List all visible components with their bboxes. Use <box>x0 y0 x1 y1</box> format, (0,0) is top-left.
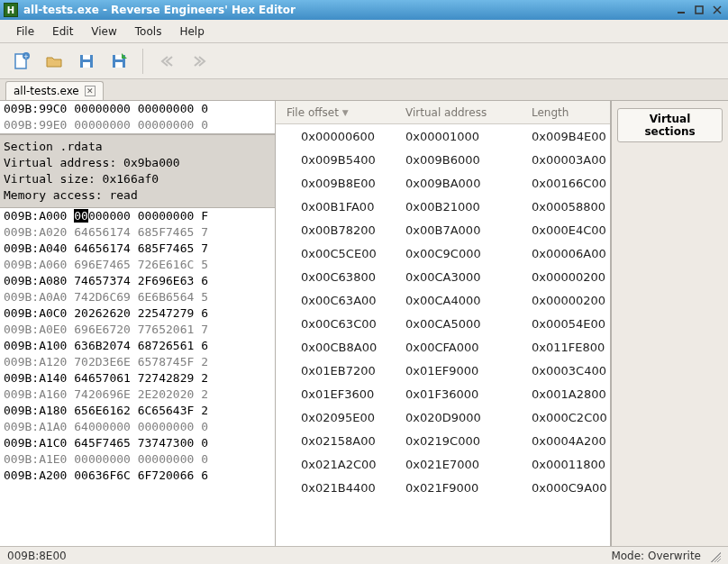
cell-virtual-address: 0x00001000 <box>402 130 528 143</box>
cell-length: 0x0003C400 <box>528 364 610 378</box>
hex-row: 009B:99E0 00000000 00000000 0 <box>0 117 275 133</box>
cell-length: 0x00000200 <box>528 270 610 284</box>
hex-pane[interactable]: 009B:99C0 00000000 00000000 0009B:99E0 0… <box>0 101 276 546</box>
menu-help[interactable]: Help <box>170 22 213 41</box>
close-button[interactable] <box>710 4 724 16</box>
table-row[interactable]: 0x01EB72000x01EF90000x0003C400 <box>276 359 610 382</box>
hex-row[interactable]: 009B:A140 64657061 72742829 2 <box>0 370 275 387</box>
forward-button[interactable] <box>185 47 214 76</box>
window-title: all-tests.exe - Reverse Engineers' Hex E… <box>23 4 296 16</box>
cell-file-offset: 0x00C63800 <box>276 270 402 284</box>
table-row[interactable]: 0x00C638000x00CA30000x00000200 <box>276 265 610 288</box>
cell-file-offset: 0x02095E00 <box>276 411 402 424</box>
cell-virtual-address: 0x01EF9000 <box>402 364 528 378</box>
hex-row[interactable]: 009B:A1A0 64000000 00000000 0 <box>0 419 275 435</box>
status-offset: 009B:8E00 <box>7 550 67 562</box>
table-row[interactable]: 0x00C63A000x00CA40000x00000200 <box>276 288 610 312</box>
tab-virtual-sections[interactable]: Virtual sections <box>617 108 723 142</box>
minimize-button[interactable] <box>674 4 688 16</box>
cell-length: 0x009B4E00 <box>528 130 610 143</box>
cell-length: 0x00054E00 <box>528 317 610 331</box>
cell-virtual-address: 0x009BA000 <box>402 177 528 190</box>
table-row[interactable]: 0x021A2C000x021E70000x00011800 <box>276 452 610 476</box>
resize-grip-icon[interactable] <box>708 550 721 562</box>
cell-length: 0x00166C00 <box>528 177 610 190</box>
cell-file-offset: 0x01EF3600 <box>276 387 402 401</box>
cell-virtual-address: 0x021F9000 <box>402 481 528 495</box>
cell-length: 0x00000200 <box>528 294 610 307</box>
hex-body-rows[interactable]: 009B:A000 00000000 00000000 F009B:A020 6… <box>0 208 275 546</box>
svg-rect-9 <box>83 62 90 68</box>
menu-file[interactable]: File <box>7 22 43 41</box>
hex-row[interactable]: 009B:A060 696E7465 726E616C 5 <box>0 257 275 273</box>
table-row[interactable]: 0x009B8E000x009BA0000x00166C00 <box>276 171 610 195</box>
vtable-header: File offset ▼ Virtual address Length <box>276 101 610 124</box>
hex-row[interactable]: 009B:A000 00000000 00000000 F <box>0 208 275 224</box>
app-icon: H <box>4 3 18 17</box>
status-mode: Mode: Overwrite <box>611 550 701 562</box>
cell-virtual-address: 0x00CFA000 <box>402 341 528 354</box>
cell-length: 0x000E4C00 <box>528 223 610 237</box>
hex-row[interactable]: 009B:A160 7420696E 2E202020 2 <box>0 387 275 403</box>
hex-row[interactable]: 009B:A020 64656174 685F7465 7 <box>0 224 275 241</box>
cell-file-offset: 0x009B5400 <box>276 153 402 167</box>
table-row[interactable]: 0x00CB8A000x00CFA0000x011FE800 <box>276 335 610 359</box>
cell-file-offset: 0x02158A00 <box>276 434 402 448</box>
hex-row[interactable]: 009B:A0E0 696E6720 77652061 7 <box>0 322 275 338</box>
cell-length: 0x001A2800 <box>528 387 610 401</box>
cell-file-offset: 0x00B78200 <box>276 223 402 237</box>
cell-length: 0x00011800 <box>528 458 610 471</box>
maximize-button[interactable] <box>692 4 706 16</box>
tab-label: all-tests.exe <box>14 85 79 97</box>
hex-row[interactable]: 009B:A100 636B2074 68726561 6 <box>0 338 275 354</box>
tab-all-tests[interactable]: all-tests.exe ✕ <box>5 81 104 100</box>
hex-row[interactable]: 009B:A0C0 20262620 22547279 6 <box>0 305 275 322</box>
table-row[interactable]: 0x02095E000x020D90000x000C2C00 <box>276 405 610 429</box>
table-row[interactable]: 0x01EF36000x01F360000x001A2800 <box>276 382 610 405</box>
save-button[interactable] <box>72 47 101 76</box>
table-row[interactable]: 0x00B782000x00B7A0000x000E4C00 <box>276 218 610 241</box>
hex-row[interactable]: 009B:A0A0 742D6C69 6E6B6564 5 <box>0 289 275 305</box>
menu-view[interactable]: View <box>82 22 125 41</box>
tab-close-icon[interactable]: ✕ <box>85 86 96 96</box>
cell-length: 0x000C2C00 <box>528 411 610 424</box>
svg-rect-0 <box>678 12 685 14</box>
menu-tools[interactable]: Tools <box>126 22 171 41</box>
table-row[interactable]: 0x00C5CE000x00C9C0000x00006A00 <box>276 241 610 265</box>
hex-head-rows: 009B:99C0 00000000 00000000 0009B:99E0 0… <box>0 101 275 134</box>
col-virtual-address[interactable]: Virtual address <box>402 106 528 119</box>
hex-row[interactable]: 009B:A200 00636F6C 6F720066 6 <box>0 468 275 484</box>
hex-row[interactable]: 009B:A040 64656174 685F7465 7 <box>0 241 275 257</box>
cursor-byte[interactable]: 00 <box>74 209 88 223</box>
table-row[interactable]: 0x02158A000x0219C0000x0004A200 <box>276 429 610 452</box>
svg-text:+: + <box>23 53 29 60</box>
hex-row[interactable]: 009B:A1E0 00000000 00000000 0 <box>0 451 275 468</box>
cell-file-offset: 0x00C63A00 <box>276 294 402 307</box>
table-row[interactable]: 0x000006000x000010000x009B4E00 <box>276 124 610 148</box>
table-row[interactable]: 0x009B54000x009B60000x00003A00 <box>276 148 610 171</box>
vtable-body[interactable]: 0x000006000x000010000x009B4E000x009B5400… <box>276 124 610 546</box>
cell-length: 0x00058800 <box>528 200 610 214</box>
menu-edit[interactable]: Edit <box>43 22 82 41</box>
cell-virtual-address: 0x01F36000 <box>402 387 528 401</box>
hex-row[interactable]: 009B:A080 74657374 2F696E63 6 <box>0 273 275 289</box>
sort-desc-icon: ▼ <box>342 108 349 117</box>
hex-row[interactable]: 009B:A120 702D3E6E 6578745F 2 <box>0 354 275 370</box>
cell-file-offset: 0x01EB7200 <box>276 364 402 378</box>
toolbar-separator <box>142 49 143 74</box>
col-length[interactable]: Length <box>528 106 610 119</box>
new-file-button[interactable]: + <box>7 47 36 76</box>
save-as-button[interactable] <box>105 47 133 76</box>
back-button[interactable] <box>152 47 181 76</box>
hex-row[interactable]: 009B:A1C0 645F7465 73747300 0 <box>0 435 275 451</box>
table-row[interactable]: 0x00B1FA000x00B210000x00058800 <box>276 195 610 218</box>
open-file-button[interactable] <box>40 47 68 76</box>
cell-virtual-address: 0x00B21000 <box>402 200 528 214</box>
col-file-offset[interactable]: File offset ▼ <box>276 106 402 119</box>
cell-virtual-address: 0x021E7000 <box>402 458 528 471</box>
menubar: File Edit View Tools Help <box>0 20 728 43</box>
table-row[interactable]: 0x021B44000x021F90000x000C9A00 <box>276 476 610 499</box>
cell-length: 0x000C9A00 <box>528 481 610 495</box>
hex-row[interactable]: 009B:A180 656E6162 6C65643F 2 <box>0 403 275 419</box>
table-row[interactable]: 0x00C63C000x00CA50000x00054E00 <box>276 312 610 335</box>
